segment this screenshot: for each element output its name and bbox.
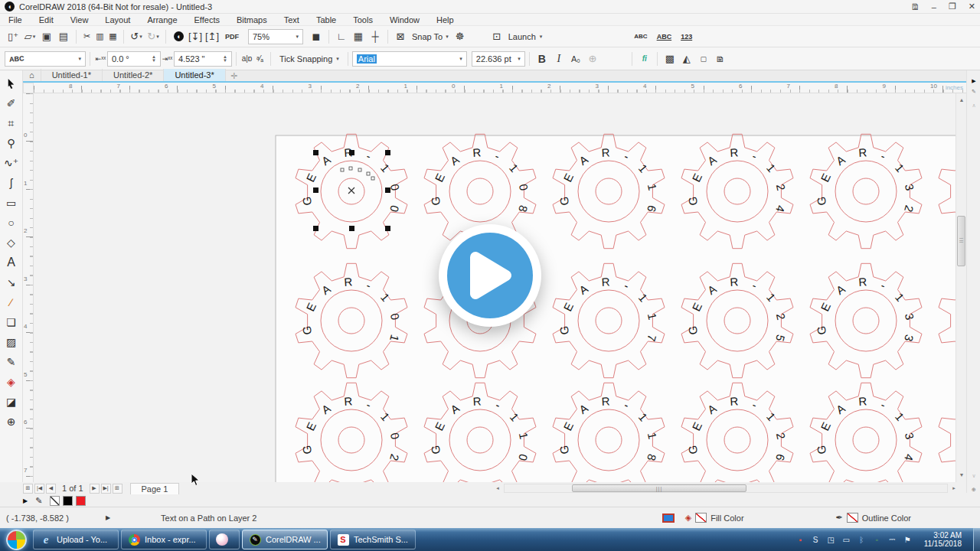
status-flyout-icon[interactable]: ▶ — [106, 514, 110, 521]
smart-fill-tool[interactable]: ◪ — [2, 392, 21, 412]
palette-scroll-up-icon[interactable]: ∧ — [969, 101, 978, 110]
show-grid-icon[interactable]: ▦ — [350, 28, 367, 45]
close-button[interactable]: ✕ — [969, 2, 975, 11]
canvas-zoom-icon[interactable]: ⊕ — [969, 485, 978, 494]
swatch-no-color[interactable] — [50, 496, 60, 506]
mirror-horizontal-icon[interactable]: a|ɒ — [240, 51, 253, 67]
tab-untitled-1[interactable]: Untitled-1* — [41, 69, 103, 81]
scroll-down-icon[interactable]: ▼ — [957, 470, 966, 479]
tab-scroll-right-icon[interactable]: ▶ — [969, 77, 978, 86]
save-icon[interactable]: ▣ — [38, 28, 55, 45]
mirror-vertical-icon[interactable]: ᵃ⁄ₐ — [253, 51, 266, 67]
new-document-icon[interactable]: ▯⁺ — [5, 28, 21, 45]
menu-arrange[interactable]: Arrange — [139, 15, 185, 24]
taskbar-coreldraw-button[interactable]: ✎ CorelDRAW ... — [242, 530, 328, 549]
number-format-icon[interactable]: 123 — [681, 33, 692, 41]
spellcheck-icon[interactable]: ABC — [657, 33, 672, 41]
menu-layout[interactable]: Layout — [96, 15, 139, 24]
zoom-tool[interactable]: ⚲ — [2, 133, 21, 153]
volume-tray-icon[interactable]: ◦ — [872, 535, 882, 545]
welcome-screen-icon[interactable]: ◖ — [170, 28, 187, 45]
import-icon[interactable]: [↧] — [187, 28, 204, 45]
swatch-red[interactable] — [76, 496, 86, 506]
text-properties-icon[interactable]: A₀ — [567, 51, 584, 67]
taskbar-clock[interactable]: 3:02 AM 11/15/2018 — [924, 531, 962, 548]
menu-file[interactable]: File — [0, 15, 31, 24]
video-play-overlay[interactable] — [439, 224, 541, 327]
minimize-button[interactable]: – — [932, 2, 936, 11]
crop-tool[interactable]: ⌗ — [2, 113, 21, 133]
proofing-tools-icon[interactable]: ABC — [634, 34, 647, 40]
drop-shadow-tool[interactable]: ❏ — [2, 312, 21, 332]
publish-pdf-icon[interactable]: PDF — [220, 28, 243, 45]
paste-icon[interactable]: ▦ — [106, 28, 119, 45]
tab-untitled-2[interactable]: Untitled-2* — [103, 69, 164, 81]
text-orientation-preset[interactable]: ABC▾ — [5, 51, 86, 67]
s-tray-icon[interactable]: S — [811, 535, 821, 545]
interactive-opentype-icon[interactable]: fi — [636, 51, 653, 67]
ellipse-tool[interactable]: ○ — [2, 213, 21, 233]
last-page-button[interactable]: ▶| — [101, 484, 111, 494]
artistic-media-tool[interactable]: ʃ — [2, 173, 21, 193]
prev-page-button[interactable]: ◀ — [46, 484, 56, 494]
add-page-after-button[interactable]: ⊞ — [113, 484, 122, 494]
taskbar-techsmith-button[interactable]: S TechSmith S... — [330, 530, 416, 549]
horizontal-scroll-thumb[interactable]: ||| — [572, 484, 746, 492]
page-1-tab[interactable]: Page 1 — [130, 483, 180, 494]
launch-dropdown[interactable]: ⊡ Launch▾ — [488, 28, 543, 45]
shape-preset-icon[interactable]: ▢ — [695, 51, 712, 67]
font-size-combo[interactable]: 22.636 pt▾ — [472, 51, 525, 67]
print-icon[interactable]: ▤ — [55, 28, 72, 45]
palette-scroll-down-icon[interactable]: ∨ — [969, 471, 978, 481]
export-icon[interactable]: [↥] — [204, 28, 220, 45]
snap-to-dropdown[interactable]: Snap To▾ — [409, 32, 452, 41]
play-button[interactable] — [447, 233, 533, 318]
open-icon[interactable]: ▱▾ — [21, 28, 38, 45]
undo-icon[interactable]: ↺▾ — [128, 28, 145, 45]
taskbar-pinned-app-button[interactable] — [209, 530, 240, 549]
vertical-scroll-thumb[interactable]: ||| — [957, 216, 965, 266]
palette-eyedropper-icon[interactable]: ✎ — [35, 496, 42, 506]
tab-untitled-3[interactable]: Untitled-3* — [164, 69, 225, 81]
menu-text[interactable]: Text — [276, 15, 308, 24]
pick-tool[interactable] — [2, 73, 21, 93]
action-center-flag-icon[interactable]: ⚑ — [903, 535, 913, 545]
copy-icon[interactable]: ▥ — [93, 28, 106, 45]
menu-effects[interactable]: Effects — [186, 15, 228, 24]
distance-from-path-field[interactable]: 0.0 ° ▲▼ — [107, 51, 161, 67]
zoom-level-select[interactable]: 75%▾ — [248, 29, 303, 44]
show-desktop-button[interactable] — [973, 528, 980, 551]
menu-window[interactable]: Window — [381, 15, 428, 24]
new-tab-button[interactable]: ✛ — [226, 70, 243, 81]
transparency-tool[interactable]: ▨ — [2, 332, 21, 352]
document-color-settings-icon[interactable] — [662, 514, 675, 523]
options-gear-icon[interactable]: ☸ — [452, 28, 469, 45]
v-ruler[interactable]: 01234567 — [23, 93, 34, 482]
snap-off-icon[interactable]: ⊠ — [392, 28, 409, 45]
menu-table[interactable]: Table — [308, 15, 345, 24]
red-tray-icon[interactable]: ▪ — [795, 535, 805, 545]
menu-bitmaps[interactable]: Bitmaps — [228, 15, 276, 24]
menu-help[interactable]: Help — [428, 15, 462, 24]
shape-tool[interactable]: ✐ — [2, 93, 21, 113]
dimension-tool[interactable]: ↘ — [2, 272, 21, 292]
add-page-before-button[interactable]: ⊞ — [23, 484, 33, 494]
font-list-combo[interactable]: Arial▾ — [352, 51, 467, 67]
scroll-up-icon[interactable]: ▲ — [957, 95, 966, 104]
palette-flyout-icon[interactable]: ▶ — [23, 497, 28, 504]
offset-field[interactable]: 4.523 " ▲▼ — [174, 51, 232, 67]
color-eyedropper-tool[interactable]: ✎ — [2, 352, 21, 372]
menu-edit[interactable]: Edit — [31, 15, 62, 24]
customize-toolbox-button[interactable]: ⊕ — [2, 412, 21, 432]
polygon-tool[interactable]: ◇ — [2, 233, 21, 253]
fullscreen-preview-icon[interactable]: ◼ — [308, 28, 325, 45]
tick-snapping-dropdown[interactable]: Tick Snapping▾ — [275, 54, 344, 64]
menu-view[interactable]: View — [62, 15, 97, 24]
swatch-black[interactable] — [63, 496, 73, 506]
outline-color-swatch[interactable] — [847, 513, 858, 523]
restore-button[interactable]: ❐ — [949, 2, 956, 11]
taskbar-ie-button[interactable]: e Upload - Yo... — [33, 530, 119, 549]
envelope-distort-icon[interactable]: ▩ — [662, 51, 678, 67]
show-guidelines-icon[interactable]: ┼ — [367, 28, 384, 45]
bluetooth-tray-icon[interactable]: ᛒ — [857, 535, 867, 545]
